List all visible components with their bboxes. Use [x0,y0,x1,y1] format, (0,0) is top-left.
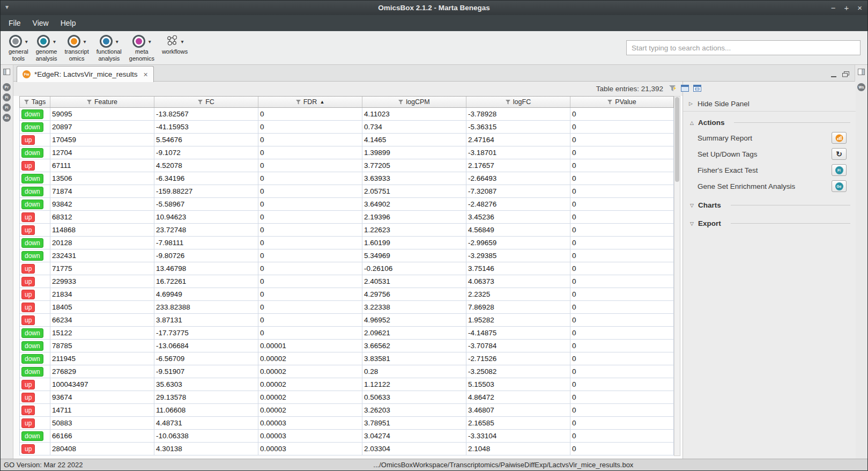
section-header-actions[interactable]: △ Actions [683,112,856,130]
chevron-down-icon[interactable]: ▾ [181,39,184,45]
table-row[interactable]: down93842-5.5896703.64902-2.482760 [20,198,673,211]
column-header-pvalue[interactable]: PValue [570,97,673,107]
tab-close-icon[interactable]: × [144,70,148,79]
column-header-logfc[interactable]: logFC [466,97,570,107]
table-row[interactable]: down20128-7.9811101.60199-2.996590 [20,237,673,249]
table-row[interactable]: down211945-6.567090.000023.83581-2.71526… [20,352,673,365]
table-row[interactable]: up671114.5207803.772052.176570 [20,159,673,172]
table-row[interactable]: down15122-17.7377502.09621-4.148750 [20,327,673,340]
view-icon-fi[interactable]: Fi [3,93,11,101]
summary-report-icon [835,134,843,142]
section-header-charts[interactable]: ▽ Charts [683,194,856,212]
action-set-updown-tags[interactable]: Set Up/Down Tags ↻ [683,146,856,162]
view-icon-as[interactable]: As [3,114,11,122]
chevron-down-icon[interactable]: ▾ [53,39,56,45]
menu-file[interactable]: File [3,16,27,30]
column-header-feature[interactable]: Feature [50,97,154,107]
toolbar-functional-analysis[interactable]: ▾ functional analysis [93,34,125,62]
table-cell: 13.46798 [154,262,258,275]
table-row[interactable]: up18405233.8238803.223387.869280 [20,301,673,314]
editor-tab-strip: Fw *EdgeR: LactvsVir_mice_results × [13,65,855,82]
view-icon-fl[interactable]: Fl [3,104,11,112]
table-row[interactable]: down71874-159.8822702.05751-7.320870 [20,185,673,198]
table-row[interactable]: down13506-6.3419603.63933-2.664930 [20,172,673,185]
table-cell: 12704 [50,146,154,159]
table-row[interactable]: up218344.6994904.297562.23250 [20,288,673,301]
action-summary-report[interactable]: Summary Report [683,130,856,146]
close-button[interactable]: × [857,1,862,15]
restore-panel-icon[interactable] [3,68,10,77]
menu-help[interactable]: Help [55,16,82,30]
view-icon-pr[interactable]: Pr [3,83,11,91]
restore-view-icon[interactable] [842,70,849,79]
fishers-exact-test-button[interactable]: Fi [832,164,847,176]
chevron-down-icon[interactable]: ▾ [84,39,86,45]
action-fishers-exact-test[interactable]: Fisher's Exact Test Fi [683,162,856,178]
table-row[interactable]: down59095-13.8256704.11023-3.789280 [20,108,673,121]
table-row[interactable]: down78785-13.066840.000013.66562-3.70784… [20,340,673,352]
toolbar-general-tools[interactable]: ▾ general tools [5,34,32,62]
search-actions-input[interactable] [626,40,860,55]
summary-report-button[interactable] [832,132,847,144]
table-cell: 71775 [50,262,154,275]
column-header-logcpm[interactable]: logCPM [362,97,466,107]
table-cell: 2.19396 [362,211,466,223]
meta-genomics-icon [132,35,145,48]
column-header-tags[interactable]: Tags [20,97,50,107]
table-row[interactable]: up10004349735.63030.000021.121225.155030 [20,378,673,391]
table-row[interactable]: up508834.487310.000033.789512.165850 [20,417,673,430]
table-cell: 0 [258,146,362,159]
chevron-down-icon[interactable]: ▾ [25,39,28,45]
table-cell: 4.1465 [362,134,466,146]
table-cell: up [20,262,50,275]
table-cell: -9.51907 [154,365,258,378]
minimize-view-icon[interactable] [831,76,836,77]
table-cell: 71874 [50,185,154,197]
table-row[interactable]: down66166-10.063380.000033.04274-3.33104… [20,430,673,443]
table-row[interactable]: up1704595.5467604.14652.471640 [20,134,673,146]
tool-label: functional [97,48,122,55]
left-view-strip: Pr Fi Fl As [1,65,13,459]
column-header-fc[interactable]: FC [154,97,258,107]
toolbar-transcript-omics[interactable]: ▾ transcript omics [61,34,92,62]
table-cell: 100043497 [50,378,154,391]
menu-view[interactable]: View [27,16,55,30]
toolbar-meta-genomics[interactable]: ▾ meta genomics [125,34,158,62]
maximize-button[interactable]: + [844,1,849,15]
column-header-fdr[interactable]: FDR ▲ [258,97,362,107]
action-gene-set-enrichment[interactable]: Gene Set Enrichment Analysis Ge [683,178,856,194]
table-row[interactable]: up22993316.7226102.405314.063730 [20,275,673,288]
restore-panel-icon[interactable] [858,68,865,77]
table-row[interactable]: up9367429.135780.000020.506334.864720 [20,391,673,404]
table-cell: 2.16585 [466,417,570,429]
table-row[interactable]: up6831210.9462302.193963.452360 [20,211,673,224]
table-row[interactable]: down276829-9.519070.000020.28-3.250820 [20,365,673,378]
filter-table-button[interactable] [668,84,678,93]
table-row[interactable]: down12704-9.107201.39899-3.187010 [20,146,673,159]
table-cell: -4.14875 [466,327,570,339]
table-row[interactable]: up2804084.301380.000032.033042.10480 [20,443,673,455]
section-header-export[interactable]: ▽ Export [683,212,856,231]
table-row[interactable]: up11486823.7274801.226234.568490 [20,224,673,237]
table-row[interactable]: down232431-9.8072605.34969-3.293850 [20,249,673,262]
maximize-view-button[interactable] [693,84,702,93]
table-row[interactable]: up662343.8713104.969521.952820 [20,314,673,327]
chevron-down-icon[interactable]: ▾ [116,39,118,45]
table-row[interactable]: down20897-41.1595300.734-5.363150 [20,121,673,134]
window-menu-icon[interactable]: ▾ [5,3,9,11]
table-row[interactable]: up7177513.467980-0.261063.751460 [20,262,673,275]
hide-side-panel-button[interactable]: ▷ Hide Side Panel [683,96,856,112]
gene-set-enrichment-button[interactable]: Ge [832,180,847,192]
detach-view-button[interactable] [680,84,690,93]
set-updown-tags-button[interactable]: ↻ [832,148,847,160]
vertical-scrollbar[interactable] [674,96,680,456]
scrollbar-thumb[interactable] [675,97,679,182]
toolbar-genome-analysis[interactable]: ▾ genome analysis [32,34,61,62]
minimize-button[interactable]: − [831,1,836,15]
table-cell: 0 [258,108,362,120]
view-icon-ws[interactable]: Ws [857,83,865,91]
table-row[interactable]: up1471111.066080.000023.262033.468070 [20,404,673,417]
toolbar-workflows[interactable]: ▾ workflows [158,34,191,62]
chevron-down-icon[interactable]: ▾ [149,39,151,45]
tab-edger-results[interactable]: Fw *EdgeR: LactvsVir_mice_results × [17,66,154,82]
